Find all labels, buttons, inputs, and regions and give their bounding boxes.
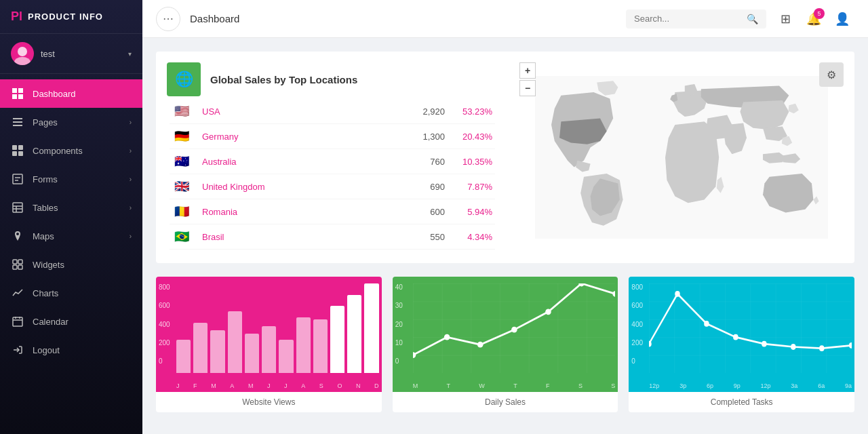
x-axis-label: 6a [818,382,825,389]
grid-view-button[interactable]: ⊞ [773,7,797,31]
svg-point-42 [733,334,738,340]
sidebar-item-maps[interactable]: Maps › [0,222,142,250]
x-axis-label: 12p [761,382,771,389]
completed-tasks-svg [649,283,852,373]
completed-tasks-chart: 8006004002000 [629,277,854,392]
svg-rect-16 [13,203,22,212]
user-profile-button[interactable]: 👤 [830,7,854,31]
y-axis-label: 30 [395,302,403,309]
x-axis-label: F [546,382,550,389]
x-axis-label: M [248,382,254,389]
x-axis-label: O [337,382,342,389]
completed-tasks-card: 8006004002000 [629,277,854,412]
country-percent: 20.43% [445,132,492,142]
pages-icon [11,115,24,129]
forms-icon [11,172,24,186]
menu-button[interactable]: ⋯ [156,7,180,31]
completed-tasks-title: Completed Tasks [711,397,773,407]
y-axis-label: 600 [159,302,170,309]
country-percent: 53.23% [445,106,492,117]
dashboard-icon [11,87,24,100]
settings-button[interactable]: ⚙ [819,62,844,87]
charts-icon [11,286,24,300]
daily-sales-x-axis: MTWTFSS [413,382,616,389]
daily-sales-footer: Daily Sales [393,392,618,412]
bar [364,283,378,373]
map-widget-title: Global Sales by Top Locations [210,74,357,85]
x-axis-label: J [176,382,180,389]
line-chart-tasks [649,283,852,373]
avatar [11,42,34,65]
svg-rect-4 [12,94,17,99]
country-name[interactable]: Germany [202,132,391,142]
chevron-right-icon: › [130,204,132,212]
y-axis-label: 200 [159,339,170,347]
y-axis-label: 0 [631,357,643,365]
x-axis-label: A [230,382,234,389]
sidebar-user[interactable]: test ▾ [0,34,142,74]
country-flag: 🇺🇸 [172,104,191,118]
sidebar-item-label-pages: Pages [33,117,130,127]
country-name[interactable]: Australia [202,157,391,167]
sidebar-item-components[interactable]: Components › [0,136,142,165]
line-chart-daily [413,283,616,373]
sidebar-item-dashboard[interactable]: Dashboard [0,79,142,108]
zoom-out-button[interactable]: − [519,80,536,96]
svg-rect-3 [18,88,23,93]
bar [245,334,259,373]
y-axis-label: 800 [631,283,643,291]
completed-tasks-x-axis: 12p3p6p9p12p3a6a9a [649,382,852,389]
country-name[interactable]: United Kingdom [202,182,391,192]
daily-sales-svg [413,283,616,373]
sidebar-item-label-maps: Maps [33,231,130,241]
search-icon[interactable]: 🔍 [747,14,758,24]
website-views-title: Website Views [242,397,295,407]
map-widget-icon: 🌐 [167,62,201,96]
svg-point-43 [762,341,766,347]
completed-tasks-y-axis: 8006004002000 [631,283,643,365]
country-name[interactable]: Romania [202,207,391,217]
sidebar-item-widgets[interactable]: Widgets [0,250,142,279]
svg-rect-7 [13,121,22,123]
sidebar-item-calendar[interactable]: Calendar [0,307,142,336]
bar [176,340,191,374]
country-flag: 🇷🇴 [172,205,191,218]
logout-icon [11,343,24,357]
website-views-x-axis: JFMAMJJASOND [176,382,379,389]
country-name[interactable]: Brasil [202,232,391,242]
search-input[interactable] [634,14,743,24]
svg-point-40 [675,291,680,297]
x-axis-label: S [319,382,323,389]
x-axis-label: T [447,382,451,389]
svg-rect-8 [13,125,22,126]
country-value: 600 [391,207,445,217]
svg-point-0 [18,47,27,56]
y-axis-label: 10 [395,339,403,347]
sidebar-item-logout[interactable]: Logout [0,336,142,364]
bar [228,311,242,373]
sidebar-item-forms[interactable]: Forms › [0,165,142,193]
sidebar-item-charts[interactable]: Charts [0,279,142,307]
sidebar-item-tables[interactable]: Tables › [0,193,142,222]
map-widget: 🌐 Global Sales by Top Locations 🇺🇸 USA 2… [156,52,854,263]
x-axis-label: 9a [845,382,852,389]
svg-rect-11 [12,151,17,156]
country-name[interactable]: USA [202,106,391,117]
x-axis-label: S [611,382,615,389]
zoom-in-button[interactable]: + [519,62,536,79]
search-bar: 🔍 [626,9,766,28]
table-row: 🇩🇪 Germany 1,300 20.43% [170,124,495,149]
svg-point-34 [511,327,517,333]
bar [330,306,344,373]
x-axis-label: 3a [791,382,797,389]
table-row: 🇺🇸 USA 2,920 53.23% [170,99,495,124]
svg-point-41 [705,321,709,327]
daily-sales-card: 403020100 [393,277,618,412]
notifications-button[interactable]: 🔔 5 [802,7,826,31]
sidebar: PI PRODUCT INFO test ▾ Dashboard Pages ›… [0,0,142,434]
y-axis-label: 600 [631,302,643,309]
website-views-y-axis: 8006004002000 [159,283,170,365]
svg-rect-13 [13,174,22,184]
sidebar-item-pages[interactable]: Pages › [0,108,142,136]
svg-point-1 [14,57,31,65]
